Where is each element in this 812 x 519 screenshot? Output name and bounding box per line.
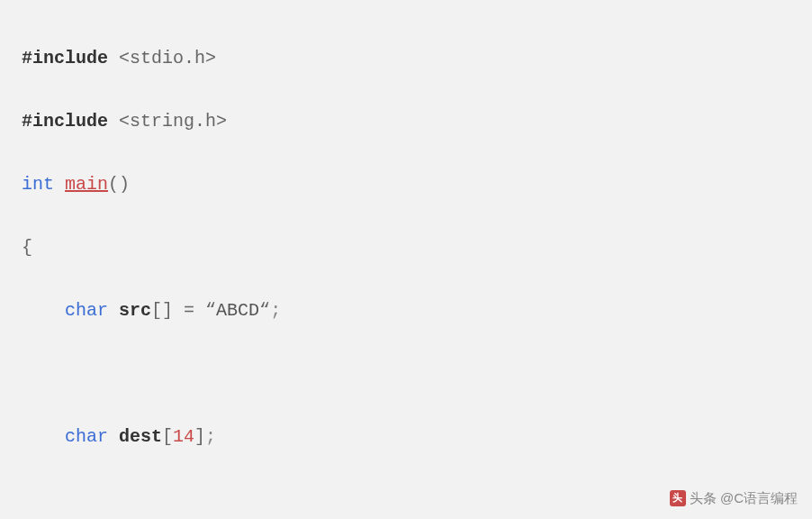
angle-open: < [119, 111, 130, 132]
preprocessor-directive: #include [22, 111, 108, 132]
watermark-icon: 头 [670, 490, 686, 506]
var-dest: dest [119, 426, 162, 447]
semicolon: ; [270, 300, 281, 321]
bracket-open: [ [162, 426, 173, 447]
var-src: src [119, 300, 151, 321]
angle-close: > [216, 111, 227, 132]
keyword-char: char [65, 300, 108, 321]
code-line-5: char src[] = “ABCD“; [22, 295, 790, 326]
semicolon: ; [205, 426, 216, 447]
code-line-3: int main() [22, 168, 790, 200]
angle-close: > [205, 48, 216, 68]
quote-close: “ [259, 300, 270, 321]
brackets: [] [151, 300, 173, 321]
function-main: main [65, 174, 108, 195]
code-line-blank1 [22, 358, 790, 389]
code-line-6: char dest[14]; [22, 421, 790, 452]
equals: = [173, 300, 205, 321]
bracket-close: ] [194, 426, 205, 447]
brace-open: { [22, 237, 32, 258]
keyword-char: char [65, 426, 108, 447]
code-line-2: #include <string.h> [22, 105, 790, 137]
paren-open: ( [108, 174, 119, 195]
quote-open: “ [205, 300, 216, 321]
header-name: string.h [130, 111, 216, 132]
code-line-4: { [22, 232, 790, 263]
angle-open: < [119, 48, 130, 68]
keyword-int: int [22, 174, 54, 195]
code-block: #include <stdio.h> #include <string.h> i… [22, 11, 790, 519]
code-line-1: #include <stdio.h> [22, 42, 790, 74]
watermark: 头 头条 @C语言编程 [670, 487, 798, 510]
paren-close: ) [119, 174, 130, 195]
string-literal: ABCD [216, 300, 259, 321]
header-name: stdio.h [130, 48, 205, 68]
watermark-text: 头条 @C语言编程 [690, 487, 798, 510]
preprocessor-directive: #include [22, 48, 108, 68]
number-literal: 14 [173, 426, 194, 447]
